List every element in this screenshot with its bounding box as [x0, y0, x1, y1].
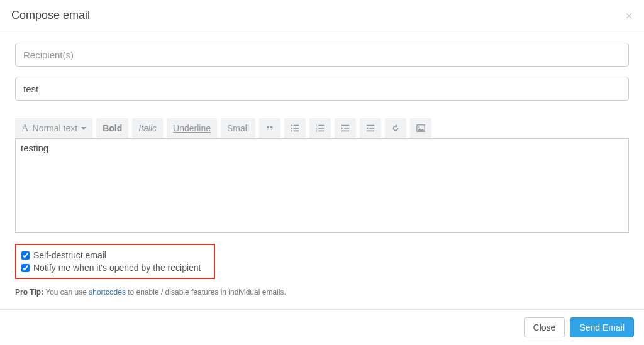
body-text: testing — [21, 143, 48, 153]
svg-rect-9 — [318, 128, 324, 129]
indent-button[interactable] — [335, 118, 356, 138]
svg-rect-14 — [341, 131, 349, 132]
svg-rect-1 — [293, 125, 299, 126]
image-button[interactable] — [410, 118, 431, 138]
outdent-icon — [366, 124, 375, 133]
subject-input[interactable] — [15, 77, 629, 101]
pro-tip-suffix: to enable / disable features in individu… — [126, 288, 286, 297]
quote-icon — [265, 124, 274, 133]
svg-point-4 — [291, 130, 292, 131]
small-button[interactable]: Small — [221, 118, 255, 138]
svg-rect-15 — [367, 125, 374, 126]
italic-button[interactable]: Italic — [132, 118, 163, 138]
font-icon: A — [21, 123, 29, 134]
font-style-dropdown[interactable]: A Normal text — [15, 118, 92, 138]
svg-rect-13 — [344, 128, 349, 129]
svg-point-0 — [291, 124, 292, 126]
svg-point-2 — [291, 128, 292, 129]
svg-point-19 — [418, 126, 419, 128]
underline-button[interactable]: Underline — [167, 118, 217, 138]
shortcodes-link[interactable]: shortcodes — [89, 288, 126, 297]
svg-rect-3 — [293, 128, 299, 129]
modal-title: Compose email — [11, 9, 90, 22]
ul-button[interactable] — [284, 118, 306, 138]
svg-rect-11 — [318, 131, 324, 132]
ordered-list-icon: 123 — [316, 124, 325, 133]
notify-open-label: Notify me when it's opened by the recipi… — [33, 263, 201, 273]
svg-rect-16 — [369, 128, 374, 129]
outdent-button[interactable] — [360, 118, 381, 138]
pro-tip-prefix: You can use — [43, 288, 89, 297]
chevron-down-icon — [81, 127, 86, 130]
pro-tip-label: Pro Tip: — [15, 288, 43, 297]
options-highlight-box: Self-destruct email Notify me when it's … — [15, 244, 215, 279]
image-icon — [416, 124, 425, 133]
svg-text:3: 3 — [316, 129, 318, 133]
quote-button[interactable] — [259, 118, 280, 138]
email-body-editor[interactable]: testing — [15, 138, 629, 233]
redo-button[interactable] — [385, 118, 406, 138]
self-destruct-checkbox[interactable] — [21, 251, 30, 260]
indent-icon — [341, 124, 350, 133]
svg-rect-17 — [367, 131, 374, 132]
editor-toolbar: A Normal text Bold Italic Underline Smal… — [15, 118, 629, 138]
redo-icon — [391, 124, 400, 133]
notify-open-checkbox[interactable] — [21, 264, 30, 272]
font-style-label: Normal text — [33, 123, 78, 133]
svg-rect-7 — [318, 125, 324, 126]
self-destruct-label: Self-destruct email — [33, 250, 106, 260]
self-destruct-option[interactable]: Self-destruct email — [21, 249, 209, 261]
notify-open-option[interactable]: Notify me when it's opened by the recipi… — [21, 261, 209, 274]
ol-button[interactable]: 123 — [309, 118, 331, 138]
close-icon[interactable]: × — [625, 9, 633, 22]
unordered-list-icon — [291, 124, 299, 133]
close-button[interactable]: Close — [524, 317, 565, 337]
modal-footer: Close Send Email — [0, 309, 644, 345]
pro-tip-text: Pro Tip: You can use shortcodes to enabl… — [15, 288, 629, 297]
recipients-input[interactable] — [15, 43, 629, 67]
bold-button[interactable]: Bold — [96, 118, 128, 138]
svg-rect-5 — [293, 131, 299, 132]
svg-rect-12 — [341, 125, 349, 126]
send-email-button[interactable]: Send Email — [570, 317, 634, 337]
